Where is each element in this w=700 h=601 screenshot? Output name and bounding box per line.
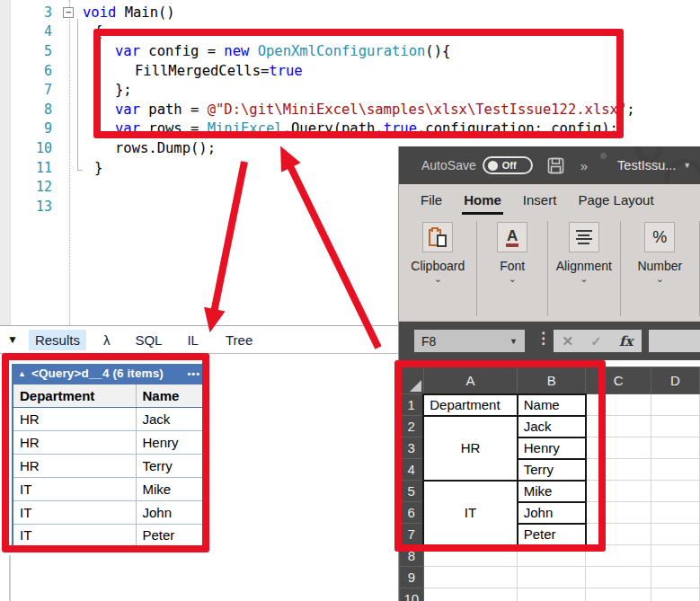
code-line[interactable]: 6FillMergedCells=true	[11, 61, 694, 81]
name-box[interactable]: F8 ▼	[414, 330, 525, 352]
row-header-2[interactable]: 2	[400, 416, 424, 437]
chevron-down-icon[interactable]: ⌄	[509, 275, 517, 282]
row-header-10[interactable]: 10	[400, 588, 424, 601]
cell[interactable]	[586, 545, 651, 567]
cell[interactable]	[651, 567, 699, 588]
cell[interactable]	[651, 416, 699, 437]
collapse-icon[interactable]: ▲	[18, 369, 26, 378]
column-header-department[interactable]: Department	[13, 384, 136, 407]
cell[interactable]	[651, 437, 699, 459]
result-row[interactable]: ITMike	[13, 477, 206, 500]
cell[interactable]	[651, 502, 699, 524]
tab-tree[interactable]: Tree	[219, 330, 259, 350]
result-row[interactable]: ITJohn	[13, 500, 206, 524]
cell-b3[interactable]: Henry	[518, 437, 586, 459]
cell[interactable]	[651, 394, 699, 416]
insert-function-icon[interactable]: fx	[619, 333, 633, 349]
result-row[interactable]: HRTerry	[13, 454, 206, 477]
select-all-corner[interactable]	[400, 367, 424, 394]
code-line[interactable]: 9var rows = MiniExcel.Query(path,true,co…	[11, 119, 694, 139]
result-cell: HR	[13, 430, 136, 454]
cell[interactable]	[586, 524, 651, 545]
tab-il[interactable]: IL	[181, 330, 205, 350]
font-button[interactable]: A	[497, 222, 527, 252]
clipboard-button[interactable]	[422, 222, 453, 252]
chevron-down-icon[interactable]: ⌄	[434, 275, 442, 282]
cell[interactable]	[586, 459, 651, 481]
result-menu-icon[interactable]: •••	[187, 368, 200, 379]
col-header-c[interactable]: C	[586, 367, 651, 394]
chevron-down-icon[interactable]: ⌄	[656, 275, 664, 282]
alignment-button[interactable]	[569, 222, 599, 252]
cell[interactable]	[586, 588, 651, 601]
column-header-name[interactable]: Name	[136, 384, 206, 407]
panel-dropdown-icon[interactable]: ▼	[7, 333, 18, 346]
result-row[interactable]: HRHenry	[13, 430, 206, 454]
cell[interactable]	[651, 545, 699, 567]
number-button[interactable]: %	[644, 222, 675, 252]
ribbon-tab-file[interactable]: File	[421, 192, 442, 209]
row-header-5[interactable]: 5	[400, 481, 424, 502]
cell[interactable]	[518, 545, 586, 567]
code-line[interactable]: 4{	[11, 22, 694, 42]
more-commands-icon[interactable]: »	[580, 158, 588, 173]
chevron-down-icon[interactable]: ⌄	[580, 275, 588, 282]
formula-input[interactable]	[649, 330, 700, 352]
ribbon-tab-home[interactable]: Home	[464, 192, 501, 209]
cell[interactable]	[586, 567, 651, 588]
cell[interactable]	[586, 481, 651, 502]
cell[interactable]	[586, 416, 651, 437]
save-icon[interactable]	[547, 157, 564, 174]
cell-b4[interactable]: Terry	[518, 459, 586, 481]
cell-b5[interactable]: Mike	[518, 481, 586, 502]
fold-guide-line	[77, 19, 83, 171]
col-header-d[interactable]: D	[651, 367, 699, 394]
cell[interactable]	[651, 524, 699, 545]
cell[interactable]	[423, 545, 517, 567]
cell-a5-a7-merged[interactable]: IT	[423, 481, 517, 545]
tab-sql[interactable]: SQL	[128, 330, 168, 350]
cell[interactable]	[423, 588, 517, 601]
cell[interactable]	[423, 567, 517, 588]
cell[interactable]	[586, 437, 651, 459]
code-line[interactable]: 7};	[11, 80, 694, 100]
cell-b6[interactable]: John	[518, 502, 586, 524]
col-header-b[interactable]: B	[518, 367, 586, 394]
col-header-a[interactable]: A	[423, 367, 517, 394]
cell[interactable]	[651, 481, 699, 502]
name-box-caret-icon[interactable]: ▼	[509, 337, 518, 346]
fold-collapse-icon[interactable]: −	[63, 7, 74, 18]
cell[interactable]	[518, 588, 586, 601]
tab-results[interactable]: Results	[29, 330, 86, 350]
row-header-3[interactable]: 3	[400, 437, 424, 459]
cell-b1[interactable]: Name	[518, 394, 586, 416]
result-row[interactable]: HRJack	[13, 407, 206, 430]
row-header-8[interactable]: 8	[400, 545, 424, 567]
cell-a1[interactable]: Department	[423, 394, 517, 416]
cell-b2[interactable]: Jack	[518, 416, 586, 437]
cell[interactable]	[651, 459, 699, 481]
result-header-bar[interactable]: ▲ <Query>d__4 (6 items) •••	[12, 364, 207, 383]
row-header-9[interactable]: 9	[400, 567, 424, 588]
autosave-toggle[interactable]: Off	[483, 156, 533, 174]
code-line[interactable]: 5var config = new OpenXmlConfiguration()…	[11, 41, 694, 61]
ribbon-tab-insert[interactable]: Insert	[523, 192, 557, 209]
ribbon-tab-page-layout[interactable]: Page Layout	[578, 192, 653, 209]
code-line[interactable]: 8var path = @"D:\git\MiniExcel\samples\x…	[11, 100, 694, 119]
cell[interactable]	[586, 502, 651, 524]
cancel-icon[interactable]: ✕	[563, 333, 574, 349]
cell[interactable]	[651, 588, 699, 601]
tab-lambda[interactable]: λ	[97, 330, 117, 350]
row-header-1[interactable]: 1	[400, 394, 424, 416]
cell[interactable]	[586, 394, 651, 416]
result-row[interactable]: ITPeter	[13, 524, 206, 547]
row-header-6[interactable]: 6	[400, 502, 424, 524]
row-header-7[interactable]: 7	[400, 524, 424, 545]
enter-icon[interactable]: ✓	[590, 333, 602, 349]
cell-b7[interactable]: Peter	[518, 524, 586, 545]
formula-dots-icon[interactable]: ⋮	[536, 329, 551, 348]
cell[interactable]	[518, 567, 586, 588]
row-header-4[interactable]: 4	[400, 459, 424, 481]
cell-a2-a4-merged[interactable]: HR	[423, 416, 517, 481]
code-line[interactable]: 3−void Main()	[11, 3, 694, 22]
